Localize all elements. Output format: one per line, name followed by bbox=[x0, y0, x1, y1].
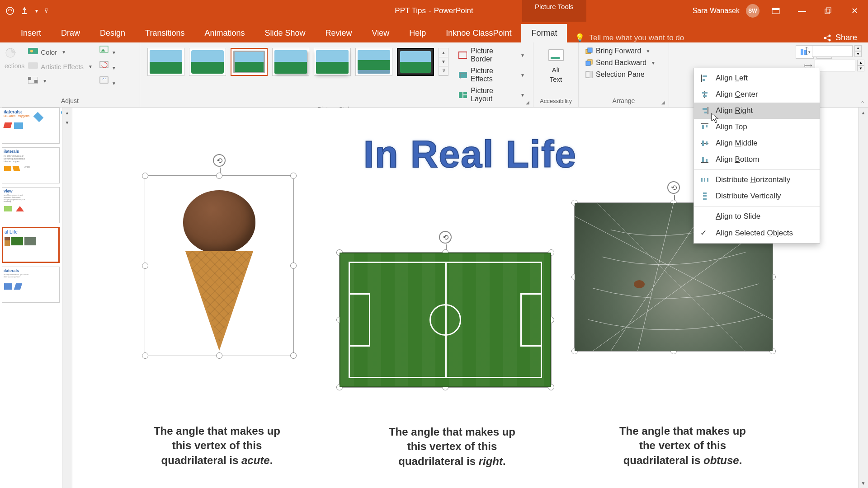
selected-picture-icecream[interactable]: ⟲ bbox=[145, 175, 294, 356]
tab-review[interactable]: Review bbox=[316, 24, 362, 42]
tab-draw[interactable]: Draw bbox=[51, 24, 90, 42]
height-down[interactable]: ▼ bbox=[854, 51, 862, 57]
width-up[interactable]: ▲ bbox=[857, 60, 864, 66]
svg-rect-19 bbox=[100, 61, 108, 68]
lightbulb-icon: 💡 bbox=[575, 33, 585, 42]
tab-animations[interactable]: Animations bbox=[194, 24, 255, 42]
slide-thumb-2[interactable]: ilaterals ny different types ofidentify … bbox=[2, 147, 60, 183]
alt-text-icon bbox=[548, 48, 564, 64]
align-right-item[interactable]: Align Right bbox=[694, 103, 820, 119]
reset-picture-icon[interactable]: ▼ bbox=[99, 76, 116, 87]
send-backward-button[interactable]: Send Backward▼ bbox=[585, 59, 656, 67]
distribute-vertically-item[interactable]: Distribute Vertically bbox=[694, 188, 820, 204]
align-left-item[interactable]: Align Left bbox=[694, 70, 820, 86]
touch-mode-icon[interactable] bbox=[20, 6, 29, 15]
style-thumb-3[interactable] bbox=[231, 48, 268, 76]
transparency-button[interactable]: ▼ bbox=[28, 77, 93, 85]
style-thumb-2[interactable] bbox=[189, 48, 226, 76]
svg-line-9 bbox=[826, 36, 829, 38]
align-bottom-item[interactable]: Align Bottom bbox=[694, 151, 820, 168]
tab-transitions[interactable]: Transitions bbox=[135, 24, 194, 42]
arrange-label: Arrange bbox=[583, 96, 664, 106]
align-selected-objects-item[interactable]: ✓Align Selected Objects bbox=[694, 225, 820, 241]
tab-help[interactable]: Help bbox=[399, 24, 436, 42]
height-up[interactable]: ▲ bbox=[854, 45, 862, 51]
minimize-button[interactable]: — bbox=[792, 3, 812, 19]
thumbnail-scrollbar[interactable]: ▲ ▼ bbox=[62, 108, 72, 488]
slide-thumb-5[interactable]: ilaterals on of quadrilaterals, you will… bbox=[2, 267, 60, 303]
tab-format[interactable]: Format bbox=[521, 24, 567, 42]
tell-me-search[interactable]: 💡 Tell me what you want to do bbox=[567, 33, 692, 42]
change-picture-icon[interactable]: ▼ bbox=[99, 61, 116, 71]
bring-forward-button[interactable]: Bring Forward▼ bbox=[585, 47, 656, 55]
align-top-item[interactable]: Align Top bbox=[694, 119, 820, 135]
style-thumb-6[interactable] bbox=[355, 48, 392, 76]
picture-styles-gallery[interactable]: ▲▼⊽ bbox=[145, 45, 451, 79]
accessibility-label: Accessibility bbox=[538, 97, 574, 106]
style-thumb-5[interactable] bbox=[314, 48, 351, 76]
align-center-item[interactable]: Align Center bbox=[694, 86, 820, 103]
color-button[interactable]: Color▼ bbox=[28, 48, 93, 56]
border-icon bbox=[458, 52, 467, 59]
gallery-scroll[interactable]: ▲▼⊽ bbox=[439, 48, 448, 76]
rotation-handle[interactable]: ⟲ bbox=[439, 231, 452, 244]
user-avatar[interactable]: SW bbox=[746, 4, 760, 18]
style-thumb-7[interactable] bbox=[397, 48, 434, 76]
width-down[interactable]: ▼ bbox=[857, 66, 864, 71]
restore-button[interactable] bbox=[818, 3, 838, 19]
align-dropdown-menu: Align Left Align Center Align Right Alig… bbox=[693, 68, 820, 244]
scroll-up-icon[interactable]: ▲ bbox=[62, 108, 72, 117]
close-button[interactable]: ✕ bbox=[844, 3, 864, 19]
slide-thumb-1[interactable]: ilaterals: ur-Sided Polygons bbox=[2, 108, 60, 144]
distribute-h-icon bbox=[700, 175, 709, 184]
collapse-ribbon-icon[interactable]: ⌃ bbox=[859, 99, 867, 108]
align-bottom-icon bbox=[700, 155, 709, 164]
share-button[interactable]: Share bbox=[823, 33, 868, 42]
svg-rect-41 bbox=[702, 92, 708, 94]
transparency-icon bbox=[28, 77, 38, 85]
tab-insert[interactable]: Insert bbox=[11, 24, 51, 42]
group-arrange: Bring Forward▼ Send Backward▼ Selection … bbox=[579, 42, 669, 107]
svg-rect-3 bbox=[772, 8, 779, 10]
height-input[interactable] bbox=[812, 45, 853, 57]
style-thumb-4[interactable] bbox=[272, 48, 309, 76]
svg-rect-56 bbox=[704, 178, 705, 182]
qat-customize-icon[interactable]: ⊽ bbox=[44, 8, 48, 14]
qat-dropdown-icon[interactable]: ▼ bbox=[34, 9, 39, 14]
style-thumb-1[interactable] bbox=[147, 48, 184, 76]
picture-border-button[interactable]: Picture Border▼ bbox=[458, 47, 525, 63]
menu-separator bbox=[694, 206, 820, 206]
align-middle-item[interactable]: Align Middle bbox=[694, 135, 820, 151]
scroll-down-icon[interactable]: ▼ bbox=[62, 117, 72, 127]
rotation-handle[interactable]: ⟲ bbox=[213, 154, 226, 167]
caption-1: The angle that makes up this vertex of t… bbox=[127, 424, 307, 468]
selected-picture-soccer-field[interactable]: ⟲ bbox=[339, 252, 552, 388]
slide-thumb-4[interactable]: al Life bbox=[2, 227, 60, 263]
group-accessibility: Alt Text Accessibility bbox=[533, 42, 579, 107]
tab-classpoint[interactable]: Inknoe ClassPoint bbox=[436, 24, 521, 42]
alt-text-button[interactable]: Alt Text bbox=[543, 45, 569, 86]
scroll-down-icon[interactable]: ▼ bbox=[859, 478, 868, 488]
corrections-button[interactable] bbox=[5, 47, 24, 59]
canvas-scrollbar-vertical[interactable]: ▲ ▼ bbox=[858, 108, 868, 488]
picture-styles-launcher[interactable]: ◢ bbox=[526, 100, 532, 106]
rotation-handle[interactable]: ⟲ bbox=[667, 181, 680, 194]
tab-slideshow[interactable]: Slide Show bbox=[255, 24, 316, 42]
artistic-effects-button[interactable]: Artistic Effects▼ bbox=[28, 62, 93, 70]
selection-pane-button[interactable]: Selection Pane bbox=[585, 70, 656, 79]
scroll-up-icon[interactable]: ▲ bbox=[859, 108, 868, 117]
svg-rect-1 bbox=[22, 13, 27, 14]
compress-pictures-icon[interactable]: ▼ bbox=[99, 45, 116, 56]
tab-design[interactable]: Design bbox=[90, 24, 135, 42]
autosave-icon[interactable] bbox=[5, 6, 14, 15]
distribute-horizontally-item[interactable]: Distribute Horizontally bbox=[694, 172, 820, 188]
ribbon-display-icon[interactable] bbox=[766, 3, 786, 19]
picture-effects-button[interactable]: Picture Effects▼ bbox=[458, 67, 525, 83]
tab-view[interactable]: View bbox=[362, 24, 400, 42]
width-input[interactable] bbox=[815, 60, 855, 71]
align-to-slide-item[interactable]: Align to Slide bbox=[694, 208, 820, 225]
arrange-launcher[interactable]: ◢ bbox=[661, 100, 668, 106]
slide-thumb-3[interactable]: view up of line segments andsegments tha… bbox=[2, 187, 60, 223]
picture-layout-button[interactable]: Picture Layout▼ bbox=[458, 87, 525, 103]
caption-3: The angle that makes up the vertex of th… bbox=[592, 424, 773, 468]
